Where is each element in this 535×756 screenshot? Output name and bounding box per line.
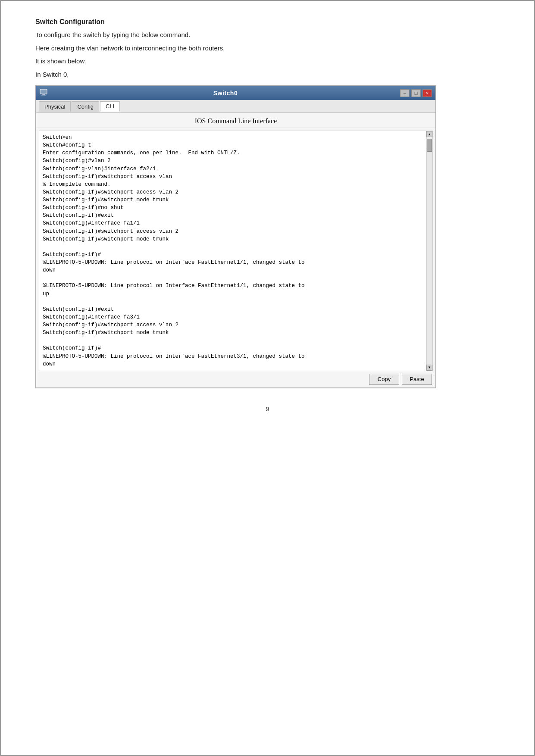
close-button[interactable]: × xyxy=(422,89,432,97)
svg-rect-1 xyxy=(42,94,45,95)
packet-tracer-window: Switch0 – □ × Physical Config CLI IOS Co… xyxy=(35,85,436,388)
paragraph-4: In Switch 0, xyxy=(35,70,500,80)
section-heading: Switch Configuration xyxy=(35,18,500,26)
window-icon xyxy=(40,89,47,98)
paragraph-2: Here creating the vlan network to interc… xyxy=(35,44,500,53)
paste-button[interactable]: Paste xyxy=(402,374,432,385)
scrollbar-thumb[interactable] xyxy=(427,139,432,152)
page-number: 9 xyxy=(35,406,500,412)
window-controls: – □ × xyxy=(400,89,432,97)
paragraph-1: To configure the switch by typing the be… xyxy=(35,30,500,40)
cli-scrollbar[interactable]: ▲ ▼ xyxy=(426,131,432,371)
cli-text-content: Switch>en Switch#config t Enter configur… xyxy=(39,131,426,371)
tab-physical[interactable]: Physical xyxy=(39,101,71,112)
titlebar: Switch0 – □ × xyxy=(36,86,435,100)
cli-container: IOS Command Line Interface Switch>en Swi… xyxy=(36,113,435,387)
scroll-up-arrow[interactable]: ▲ xyxy=(426,131,432,137)
tab-bar: Physical Config CLI xyxy=(36,100,435,113)
bottom-button-bar: Copy Paste xyxy=(36,371,435,387)
minimize-button[interactable]: – xyxy=(400,89,410,97)
tab-config[interactable]: Config xyxy=(72,101,99,112)
scroll-down-arrow[interactable]: ▼ xyxy=(426,365,432,371)
window-title: Switch0 xyxy=(51,90,400,97)
copy-button[interactable]: Copy xyxy=(369,374,399,385)
cli-header: IOS Command Line Interface xyxy=(36,113,435,128)
tab-cli[interactable]: CLI xyxy=(100,101,120,112)
cli-body[interactable]: Switch>en Switch#config t Enter configur… xyxy=(39,131,433,371)
paragraph-3: It is shown below. xyxy=(35,56,500,66)
svg-rect-0 xyxy=(40,89,47,94)
maximize-button[interactable]: □ xyxy=(411,89,421,97)
svg-rect-2 xyxy=(41,95,46,96)
